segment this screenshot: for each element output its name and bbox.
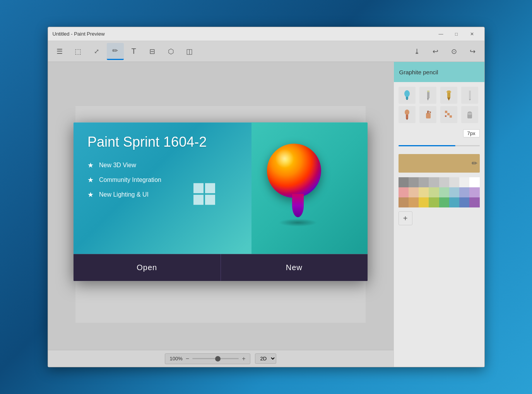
color-cell[interactable] (449, 197, 459, 207)
new-button[interactable]: New (221, 254, 368, 281)
color-cell[interactable] (459, 177, 469, 187)
win-square-tr (205, 183, 215, 193)
svg-point-22 (467, 113, 472, 115)
maximize-button[interactable]: □ (449, 29, 464, 39)
opacity-row (394, 140, 484, 151)
splash-dialog: Paint Sprint 1604-2 ★ New 3D View ★ Comm… (74, 122, 368, 281)
windows-logo-grid (193, 183, 215, 205)
toolbar: ☰ ⬚ ⤢ ✏ T ⊟ ⬡ ◫ ⤓ ↩ (48, 41, 484, 62)
pen-button[interactable]: ✏ (107, 43, 124, 60)
color-cell[interactable] (439, 187, 449, 197)
main-content: Paint Sprint 1604-2 ★ New 3D View ★ Comm… (48, 62, 484, 367)
size-badge: 7px (463, 129, 480, 137)
opacity-slider[interactable] (399, 145, 480, 146)
color-cell[interactable] (439, 177, 449, 187)
color-cell[interactable] (469, 197, 479, 207)
brush-oil[interactable] (440, 87, 457, 104)
palette-row-2 (399, 187, 480, 197)
color-cell[interactable] (409, 177, 419, 187)
brush-watercolor-icon (402, 109, 412, 120)
brush-oil-icon (443, 90, 454, 101)
menu-button[interactable]: ☰ (51, 43, 68, 60)
view-mode-select[interactable]: 2D 3D (255, 353, 276, 364)
select-free-button[interactable]: ⤢ (88, 43, 105, 60)
svg-rect-7 (446, 91, 451, 93)
history-icon: ⊙ (451, 47, 457, 56)
palette-row-1 (399, 177, 480, 187)
brush-spray-icon (423, 109, 433, 120)
win-square-tl (193, 183, 204, 193)
history-button[interactable]: ⊙ (446, 43, 463, 60)
star-icon-2: ★ (87, 176, 94, 184)
status-bar: 100% − + 2D 3D (48, 350, 393, 367)
text-button[interactable]: T (125, 43, 142, 60)
brush-watercolor[interactable] (399, 106, 416, 123)
zoom-thumb (215, 356, 221, 361)
size-row: 7px (394, 128, 484, 140)
add-color-button[interactable]: + (399, 211, 412, 225)
select-rect-icon: ⬚ (75, 47, 81, 56)
brush-pixel[interactable] (440, 106, 457, 123)
color-cell[interactable] (419, 187, 429, 197)
svg-rect-5 (427, 91, 429, 92)
svg-marker-8 (447, 98, 450, 101)
3d-object-icon: ⬡ (168, 47, 174, 56)
color-cell[interactable] (429, 197, 439, 207)
import-button[interactable]: ⤓ (409, 43, 426, 60)
color-cell[interactable] (469, 187, 479, 197)
close-button[interactable]: ✕ (464, 29, 480, 39)
color-cell[interactable] (409, 187, 419, 197)
color-cell[interactable] (399, 197, 409, 207)
redo-icon: ↪ (470, 47, 476, 56)
svg-rect-21 (445, 115, 446, 117)
3d-object-button[interactable]: ⬡ (163, 43, 180, 60)
minimize-button[interactable]: — (433, 29, 449, 39)
color-cell[interactable] (429, 177, 439, 187)
color-cell[interactable] (449, 177, 459, 187)
zoom-slider[interactable] (192, 358, 239, 359)
splash-graphic (244, 130, 352, 231)
eraser-button[interactable]: ⊟ (144, 43, 161, 60)
svg-rect-1 (406, 97, 408, 99)
color-cell[interactable] (459, 197, 469, 207)
select-free-icon: ⤢ (94, 48, 99, 55)
brush-ink-icon (464, 90, 475, 101)
brush-graphite[interactable] (419, 87, 436, 104)
color-cell[interactable] (399, 177, 409, 187)
feature-label-1: New 3D View (99, 162, 136, 169)
brush-bucket[interactable] (461, 106, 478, 123)
feature-label-2: Community Integration (99, 176, 161, 183)
zoom-in-button[interactable]: + (242, 355, 245, 362)
splash-feature-3: ★ New Lighting & UI (87, 190, 207, 199)
color-cell[interactable] (419, 197, 429, 207)
color-cell[interactable] (399, 187, 409, 197)
win-square-bl (193, 195, 204, 205)
color-swatch[interactable]: ✏ (399, 154, 480, 173)
brush-pixel-icon (443, 109, 454, 120)
color-cell[interactable] (419, 177, 429, 187)
color-cell[interactable] (469, 177, 479, 187)
brush-paint-marker[interactable] (399, 87, 416, 104)
star-icon-1: ★ (87, 161, 94, 170)
svg-marker-10 (469, 99, 471, 101)
redo-button[interactable]: ↪ (464, 43, 481, 60)
color-cell[interactable] (429, 187, 439, 197)
opacity-fill (399, 145, 455, 146)
select-rect-button[interactable]: ⬚ (70, 43, 87, 60)
3d-model-button[interactable]: ◫ (181, 43, 198, 60)
color-cell[interactable] (439, 197, 449, 207)
svg-rect-9 (469, 91, 471, 99)
brush-spray[interactable] (419, 106, 436, 123)
undo-button[interactable]: ↩ (427, 43, 444, 60)
color-cell[interactable] (459, 187, 469, 197)
open-button[interactable]: Open (74, 254, 221, 281)
pencil-icon: ✏ (472, 159, 477, 168)
svg-rect-12 (406, 115, 408, 118)
color-cell[interactable] (449, 187, 459, 197)
color-cell[interactable] (409, 197, 419, 207)
brush-bucket-icon (464, 109, 475, 120)
brush-ink[interactable] (461, 87, 478, 104)
ball-shadow (279, 219, 317, 226)
brush-paint-marker-icon (402, 90, 412, 101)
zoom-out-button[interactable]: − (186, 355, 189, 362)
